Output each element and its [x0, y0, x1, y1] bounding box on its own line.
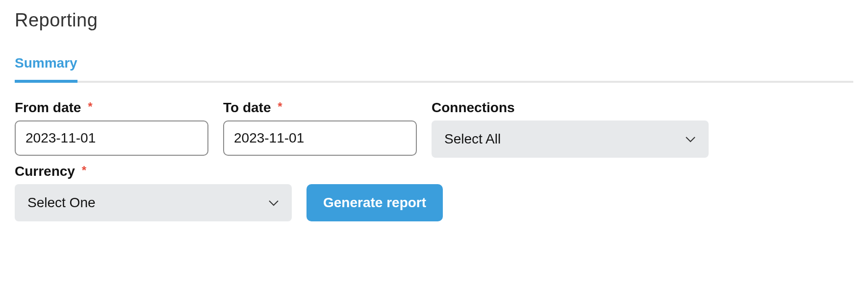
- chevron-down-icon: [268, 199, 279, 206]
- to-date-input[interactable]: [223, 120, 417, 156]
- from-date-input[interactable]: [15, 120, 208, 156]
- tabs-container: Summary: [15, 55, 853, 83]
- chevron-down-icon: [685, 136, 696, 143]
- currency-group: Currency * Select One: [15, 164, 292, 221]
- generate-report-button[interactable]: Generate report: [306, 184, 443, 221]
- tab-summary[interactable]: Summary: [15, 55, 77, 83]
- to-date-label-text: To date: [223, 100, 271, 115]
- connections-label: Connections: [432, 100, 709, 116]
- page-title: Reporting: [15, 10, 853, 31]
- currency-selected-value: Select One: [27, 195, 96, 211]
- to-date-label: To date *: [223, 100, 417, 116]
- report-form-row2: Currency * Select One Generate report: [15, 164, 853, 221]
- connections-selected-value: Select All: [444, 131, 501, 147]
- connections-label-text: Connections: [432, 100, 515, 115]
- from-date-label: From date *: [15, 100, 208, 116]
- required-asterisk-icon: *: [82, 164, 86, 177]
- currency-select[interactable]: Select One: [15, 184, 292, 221]
- required-asterisk-icon: *: [278, 100, 282, 113]
- from-date-label-text: From date: [15, 100, 81, 115]
- from-date-group: From date *: [15, 100, 208, 158]
- connections-group: Connections Select All: [432, 100, 709, 158]
- currency-label-text: Currency: [15, 164, 75, 179]
- required-asterisk-icon: *: [88, 100, 92, 113]
- connections-select[interactable]: Select All: [432, 120, 709, 158]
- report-form: From date * To date * Connections Select…: [15, 100, 853, 158]
- currency-label: Currency *: [15, 164, 292, 179]
- to-date-group: To date *: [223, 100, 417, 158]
